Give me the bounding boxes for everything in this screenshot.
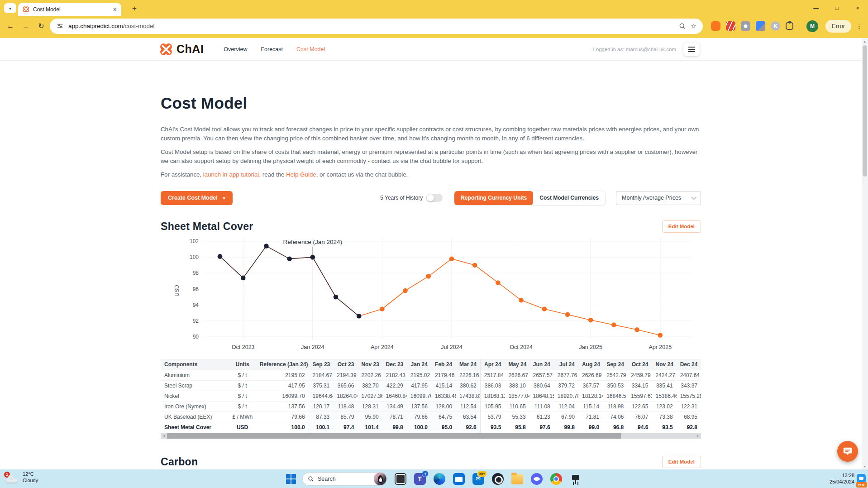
component-name: Steel Scrap (161, 381, 229, 391)
camera-extension-icon[interactable] (741, 21, 750, 31)
search-icon[interactable] (679, 23, 686, 30)
component-value: 16460.84 (382, 391, 407, 402)
taskbar-weather-widget[interactable]: 1 12°CCloudy (5, 471, 38, 483)
k-extension-icon[interactable]: K (771, 21, 780, 31)
help-guide-link[interactable]: Help Guide (286, 171, 316, 178)
tray-icon[interactable] (857, 474, 866, 483)
edit-model-button[interactable]: Edit Model (662, 220, 701, 233)
browser-menu-icon[interactable]: ⋮ (856, 22, 863, 30)
weather-badge: 1 (4, 471, 10, 478)
chart-point[interactable] (357, 313, 362, 318)
taskbar-search[interactable]: Search (302, 472, 387, 486)
address-bar[interactable]: app.chaipredict.com/cost-model ☆ (50, 19, 703, 34)
chart-point[interactable] (449, 256, 454, 261)
component-value: 110.65 (505, 402, 529, 412)
maximize-button[interactable]: □ (826, 0, 847, 16)
chart-point[interactable] (565, 312, 570, 317)
tab-close-icon[interactable]: × (113, 6, 117, 13)
hubspot-extension-icon[interactable] (711, 21, 720, 31)
component-value: 415.14 (431, 381, 456, 391)
taskbar-date: 25/04/2024 (830, 479, 854, 485)
chart-point[interactable] (426, 274, 431, 279)
search-highlight-image[interactable] (374, 473, 386, 485)
chevron-down-icon (692, 195, 696, 200)
site-settings-icon[interactable] (56, 22, 64, 30)
reload-icon[interactable]: ↻ (34, 19, 48, 33)
taskbar-clock[interactable]: 13:28 25/04/2024 (830, 473, 854, 485)
chart-point[interactable] (658, 333, 663, 338)
edit-carbon-model-button[interactable]: Edit Model (662, 456, 701, 468)
component-value: 16099.70 (256, 391, 309, 402)
column-header: Sep 23 (309, 359, 333, 370)
taskbar-app-teams[interactable]: T1 (413, 472, 426, 485)
taskbar-app-discord[interactable] (530, 472, 543, 485)
nav-forecast[interactable]: Forecast (261, 46, 283, 53)
taskbar-app-store[interactable] (452, 472, 465, 485)
scroll-down-icon[interactable]: ▼ (862, 463, 868, 469)
chart-point[interactable] (542, 306, 547, 311)
back-icon[interactable]: ← (4, 19, 17, 33)
chat-bubble-button[interactable] (837, 441, 858, 462)
todoist-extension-icon[interactable] (726, 21, 735, 31)
reporting-currency-button[interactable]: Reporting Currency Units (454, 191, 533, 205)
logged-in-text: Logged in as: marcus@chai-uk.com (593, 47, 676, 52)
bookmark-star-icon[interactable]: ☆ (691, 22, 696, 30)
history-toggle[interactable] (426, 194, 443, 202)
chart-point[interactable] (287, 256, 292, 261)
taskbar-app-mail[interactable]: ✉99+ (472, 472, 485, 485)
store-icon (453, 473, 465, 485)
chart-point[interactable] (218, 254, 223, 259)
scroll-right-icon[interactable]: ▸ (695, 433, 701, 439)
chart-point[interactable] (380, 306, 385, 311)
nav-overview[interactable]: Overview (224, 46, 247, 53)
taskbar-app-chrome[interactable] (549, 472, 563, 485)
component-units: £ / MWh (229, 412, 256, 422)
start-button[interactable] (286, 474, 296, 484)
taskbar-app-photos[interactable] (394, 472, 407, 485)
tab-search-button[interactable]: ▾ (4, 3, 16, 13)
forward-icon[interactable]: → (19, 19, 33, 33)
translate-extension-icon[interactable] (756, 21, 765, 31)
create-cost-model-button[interactable]: Create Cost Model▾ (161, 191, 233, 205)
tutorial-link[interactable]: launch in-app tutorial (203, 171, 259, 178)
new-tab-button[interactable]: + (129, 4, 139, 14)
chart-point[interactable] (634, 327, 639, 332)
taskbar-app-explorer[interactable] (510, 472, 524, 485)
close-button[interactable]: × (847, 0, 868, 16)
error-button[interactable]: Error (825, 20, 851, 33)
page-scrollbar[interactable]: ▲ ▼ (862, 38, 868, 469)
taskbar-app-camera[interactable] (569, 472, 582, 485)
chai-logo[interactable]: ChAI (159, 43, 204, 56)
price-period-dropdown[interactable]: Monthly Average Prices (616, 191, 701, 205)
chart-point[interactable] (403, 288, 408, 293)
chart-point[interactable] (334, 294, 339, 299)
hamburger-menu-icon[interactable] (683, 43, 700, 56)
page-scrollbar-thumb[interactable] (863, 45, 867, 177)
chart-point[interactable] (496, 280, 501, 285)
chart-point[interactable] (310, 254, 315, 259)
browser-tab[interactable]: Cost Model × (18, 3, 121, 16)
taskbar-app-obs[interactable] (491, 472, 504, 485)
component-value: 78.71 (382, 412, 407, 422)
component-value: 93.5 (652, 422, 676, 433)
chart-point[interactable] (519, 297, 524, 302)
chart-point[interactable] (264, 244, 269, 249)
chart-point[interactable] (588, 317, 593, 322)
scroll-left-icon[interactable]: ◂ (161, 433, 167, 439)
scrollbar-thumb[interactable] (167, 433, 621, 439)
taskbar-apps: T1✉99+ (394, 472, 582, 485)
scroll-up-icon[interactable]: ▲ (862, 38, 868, 44)
chart-point[interactable] (472, 263, 477, 268)
chart-point[interactable] (241, 275, 246, 280)
profile-avatar[interactable]: M (806, 20, 818, 32)
component-value: 92.8 (677, 422, 701, 433)
minimize-button[interactable]: — (806, 0, 826, 16)
cost-model-currencies-button[interactable]: Cost Model Currencies (533, 191, 605, 205)
component-value: 18168.12 (480, 391, 505, 402)
table-horizontal-scrollbar[interactable]: ◂ ▸ (161, 433, 701, 439)
chart-point[interactable] (611, 322, 616, 327)
component-value: 101.4 (358, 422, 382, 433)
nav-cost-model[interactable]: Cost Model (296, 46, 325, 53)
puzzle-extension-icon[interactable] (786, 22, 793, 30)
taskbar-app-edge[interactable] (433, 472, 446, 485)
